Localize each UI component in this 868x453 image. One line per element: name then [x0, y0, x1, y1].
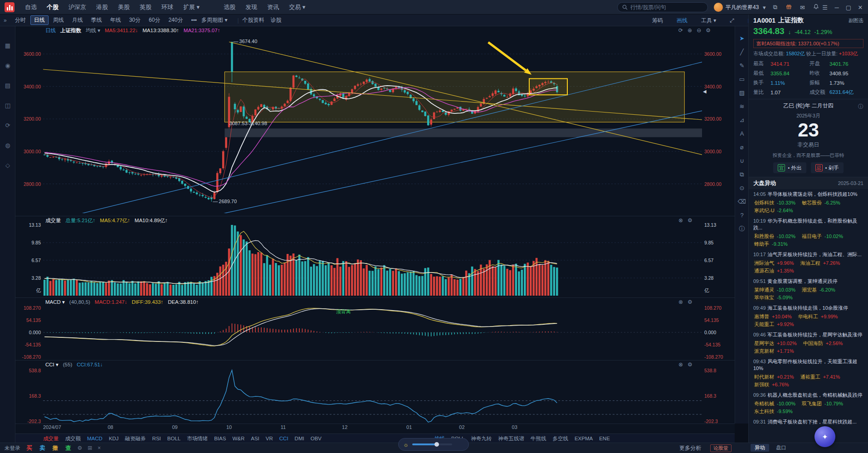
- menu-icon[interactable]: ☰: [819, 4, 831, 11]
- stock-chip[interactable]: 东土科技-9.59%: [753, 408, 793, 415]
- search-input[interactable]: 行情/股票/问句: [617, 2, 708, 12]
- angle-icon[interactable]: ⊿: [735, 113, 749, 127]
- settings-gear-icon[interactable]: ⚙: [688, 299, 692, 305]
- login-status[interactable]: 未登录: [5, 445, 20, 452]
- chat-icon[interactable]: ◍: [0, 138, 15, 153]
- stock-chip[interactable]: 时代新材+0.21%: [753, 373, 794, 381]
- close-icon[interactable]: ×: [98, 445, 101, 451]
- circle-icon[interactable]: ⌀: [735, 141, 749, 154]
- chart-period-label[interactable]: 日线: [45, 27, 56, 34]
- settings-gear-icon[interactable]: ⚙: [688, 217, 692, 224]
- pencil-icon[interactable]: ✎: [735, 59, 749, 73]
- indicator-tab-VR[interactable]: VR: [266, 436, 273, 441]
- stock-chip[interactable]: 惠博普+10.04%: [753, 313, 792, 321]
- refresh-icon[interactable]: ⟳: [0, 118, 15, 133]
- indicator-tab-OBV[interactable]: OBV: [311, 436, 322, 441]
- stock-chip[interactable]: 华电科工+9.99%: [797, 313, 838, 321]
- indicator-tab-ASI[interactable]: ASI: [251, 436, 259, 441]
- volume-label[interactable]: 成交量: [45, 217, 61, 224]
- fullscreen-icon[interactable]: ⤢: [730, 17, 734, 24]
- indicator-tab-融资融券[interactable]: 融资融券: [125, 435, 146, 442]
- panel-tab-异动[interactable]: 异动: [751, 444, 769, 452]
- period-tab-日线[interactable]: 日线: [30, 15, 49, 25]
- news-item[interactable]: 14:05半导体板块震荡走弱，创烁科技跌超10%创烁科技-10.33%敏芯股份-…: [753, 191, 863, 214]
- text-icon[interactable]: A: [735, 127, 749, 141]
- indicator-tab-CCI[interactable]: CCI: [279, 436, 288, 441]
- close-icon[interactable]: ✕: [854, 4, 866, 11]
- trade-button-撤[interactable]: 撤: [53, 444, 59, 452]
- arc-icon[interactable]: ∪: [735, 154, 749, 168]
- rect-icon[interactable]: ▭: [735, 73, 749, 86]
- stock-chip[interactable]: 潮宏基-6.20%: [801, 286, 835, 294]
- indicator-tab-KDJ[interactable]: KDJ: [109, 436, 119, 441]
- settings-gear-icon[interactable]: ⚙: [706, 27, 711, 34]
- stock-chip[interactable]: 寒武纪-U-2.64%: [753, 207, 793, 214]
- forum-button[interactable]: 论股堂: [710, 444, 731, 452]
- stock-chip[interactable]: 新强联+6.76%: [753, 381, 789, 389]
- stock-chip[interactable]: 萃华珠宝-5.09%: [753, 294, 793, 302]
- indicator-tab-成交额[interactable]: 成交额: [65, 435, 81, 442]
- indicator-tab-W&R[interactable]: W&R: [232, 436, 244, 441]
- refresh-icon[interactable]: ⟳: [678, 27, 683, 34]
- settings-gear-icon[interactable]: ⚙: [688, 361, 692, 368]
- indicator-tab-MACD[interactable]: MACD: [87, 436, 102, 441]
- stock-chip[interactable]: 蜂助手-9.31%: [753, 240, 788, 248]
- user-area[interactable]: 平凡的世界43 ▾ ⧉ ✉: [714, 0, 821, 15]
- stock-chip[interactable]: 洲际油气+9.96%: [753, 259, 794, 267]
- candlestick-chart[interactable]: [43, 34, 702, 213]
- stock-chip[interactable]: 创烁科技-10.33%: [753, 199, 795, 207]
- stock-chip[interactable]: 福日电子-10.02%: [801, 233, 843, 240]
- stock-chip[interactable]: 通源石油+1.35%: [753, 267, 794, 275]
- ma-selector[interactable]: 均线 ▾: [86, 27, 100, 34]
- period-tab-年线[interactable]: 年线: [107, 15, 125, 25]
- cci-label[interactable]: CCI ▾: [45, 361, 59, 368]
- tools-button[interactable]: 工具 ▾: [701, 17, 716, 24]
- mail-icon[interactable]: ✉: [797, 4, 808, 11]
- indicator-tab-牛熊线[interactable]: 牛熊线: [531, 435, 546, 442]
- period-tab-60分[interactable]: 60分: [145, 15, 164, 25]
- period-tab-周线[interactable]: 周线: [49, 15, 68, 25]
- period-tab-240分[interactable]: 240分: [165, 15, 186, 25]
- menu-item-港股[interactable]: 港股: [96, 3, 108, 11]
- kline-icon[interactable]: ◉: [0, 58, 15, 73]
- menu-item-交易[interactable]: 交易 ▾: [289, 3, 305, 11]
- stock-info-button[interactable]: 个股资料: [243, 16, 264, 24]
- stock-chip[interactable]: 派克新材+1.71%: [753, 347, 794, 355]
- indicator-tab-RSI[interactable]: RSI: [152, 436, 161, 441]
- news-item[interactable]: 09:49海工装备板块持续走强，10余股涨停惠博普+10.04%华电科工+9.9…: [753, 305, 863, 328]
- indicator-tab-市场情绪[interactable]: 市场情绪: [187, 435, 208, 442]
- indicator-tab-BOLL[interactable]: BOLL: [167, 436, 180, 441]
- period-tab-30分[interactable]: 30分: [126, 15, 144, 25]
- volume-chart[interactable]: [43, 225, 702, 296]
- menu-item-选股[interactable]: 选股: [224, 3, 235, 11]
- indicator-tab-成交量[interactable]: 成交量: [43, 435, 59, 442]
- collapse-panel-arrow-icon[interactable]: ◀: [703, 89, 707, 94]
- maximize-icon[interactable]: ▢: [843, 4, 854, 11]
- indicator-tab-DMI[interactable]: DMI: [295, 436, 304, 441]
- more-analysis-button[interactable]: 更多分析: [679, 443, 701, 453]
- trade-button-卖[interactable]: 卖: [39, 444, 45, 452]
- erase-icon[interactable]: ⌫: [735, 195, 749, 209]
- period-tab-月线[interactable]: 月线: [68, 15, 87, 25]
- news-item[interactable]: 09:31消费电子板块盘初下挫，星星科技跌超...: [753, 419, 863, 425]
- stock-chip[interactable]: 中国海防+2.56%: [802, 340, 843, 347]
- zoom-out-icon[interactable]: ⊖: [697, 27, 701, 34]
- brightness-slider[interactable]: [412, 443, 452, 445]
- panel-icon[interactable]: ◫: [0, 98, 15, 113]
- menu-item-美股[interactable]: 美股: [118, 3, 130, 11]
- stock-chip[interactable]: 双飞集团-10.79%: [801, 400, 843, 408]
- cci-chart[interactable]: [43, 369, 702, 423]
- indicator-tab-ENE[interactable]: ENE: [599, 436, 610, 441]
- draw-line-button[interactable]: 画线: [677, 17, 688, 24]
- multi-window-icon[interactable]: ⧉: [770, 4, 780, 11]
- minimize-icon[interactable]: ─: [831, 4, 843, 11]
- help-icon[interactable]: ?: [735, 209, 749, 222]
- menu-item-发现[interactable]: 发现: [245, 3, 257, 11]
- wave-icon[interactable]: ≋: [735, 100, 749, 113]
- brightness-control[interactable]: ☼: [398, 438, 469, 451]
- menu-item-英股[interactable]: 英股: [140, 3, 151, 11]
- stock-chip[interactable]: 敏芯股份-6.25%: [801, 199, 840, 207]
- period-tab-季线[interactable]: 季线: [88, 15, 106, 25]
- news-item[interactable]: 10:19华为手机概念股持续走低，和胜股份触及跌...和胜股份-10.02%福日…: [753, 218, 863, 248]
- news-item[interactable]: 09:46军工装备板块持续拉升，星网宇达触及涨停星网宇达+10.02%中国海防+…: [753, 331, 863, 355]
